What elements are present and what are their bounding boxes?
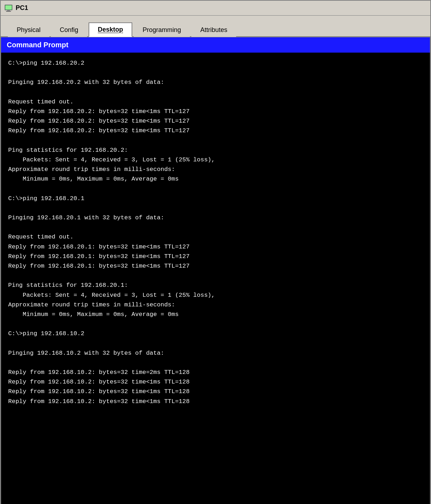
svg-rect-1 — [7, 10, 10, 11]
tab-desktop[interactable]: Desktop — [89, 22, 132, 37]
content-area: Command Prompt C:\>ping 192.168.20.2 Pin… — [1, 37, 430, 504]
tab-config[interactable]: Config — [51, 23, 87, 37]
svg-rect-3 — [5, 5, 12, 10]
window-title: PC1 — [16, 4, 28, 12]
title-bar: PC1 — [1, 1, 430, 16]
tab-bar: Physical Config Desktop Programming Attr… — [1, 16, 430, 37]
svg-rect-2 — [6, 11, 11, 12]
main-window: PC1 Physical Config Desktop Programming … — [0, 0, 431, 504]
tab-programming[interactable]: Programming — [134, 23, 190, 37]
tab-physical[interactable]: Physical — [8, 23, 49, 37]
tab-attributes[interactable]: Attributes — [191, 23, 236, 37]
terminal-output[interactable]: C:\>ping 192.168.20.2 Pinging 192.168.20… — [1, 53, 430, 504]
pc-icon — [4, 4, 13, 12]
command-prompt-title-bar: Command Prompt — [1, 37, 430, 53]
